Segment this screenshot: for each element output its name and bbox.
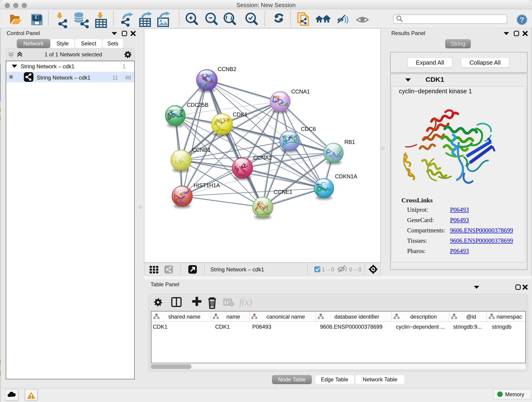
- svg-text:?: ?: [520, 15, 525, 24]
- svg-text:CDKN1A: CDKN1A: [335, 173, 357, 179]
- svg-text:CCNE1: CCNE1: [274, 189, 292, 195]
- svg-text:f(x): f(x): [239, 297, 252, 307]
- svg-text:CCNB2: CCNB2: [218, 66, 236, 72]
- svg-text:CCNA2: CCNA2: [253, 155, 272, 161]
- svg-text:HIST1H1A: HIST1H1A: [194, 182, 220, 188]
- svg-text:CDC6: CDC6: [301, 126, 316, 132]
- svg-text:1 – 0: 1 – 0: [322, 266, 334, 273]
- svg-text:CDC25B: CDC25B: [187, 102, 209, 108]
- svg-text:CCNB1: CCNB1: [192, 147, 210, 153]
- svg-text:CCNA1: CCNA1: [291, 89, 310, 95]
- svg-text:0 – 0: 0 – 0: [349, 266, 361, 273]
- svg-text:RB1: RB1: [344, 139, 355, 145]
- svg-text:CDK1: CDK1: [233, 111, 247, 118]
- svg-text:String Network – cdk1: String Network – cdk1: [210, 266, 264, 273]
